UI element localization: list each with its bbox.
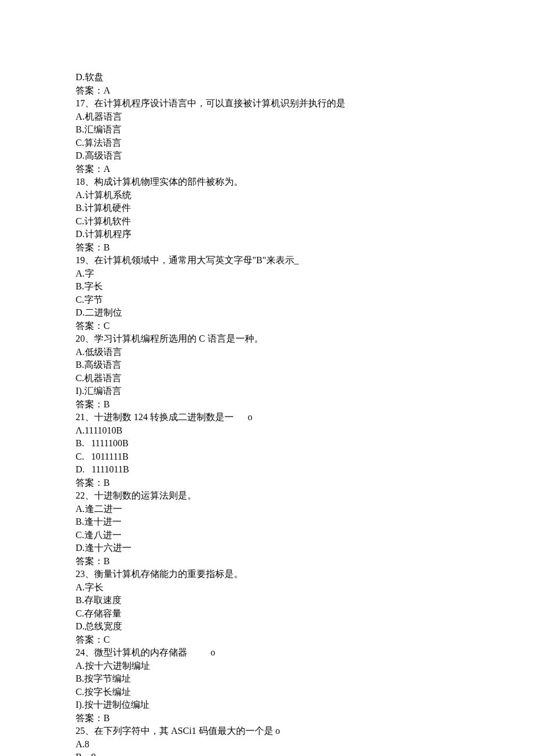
text-line: 答案：A bbox=[76, 84, 459, 98]
text-line: 答案：C bbox=[76, 633, 459, 647]
text-line: Λ.1111010B bbox=[76, 424, 459, 438]
text-line: A.字长 bbox=[76, 581, 459, 594]
text-line: B.按字节编址 bbox=[76, 672, 459, 686]
text-line: 17、在计算机程序设计语言中，可以直接被计算机识别并执行的是 bbox=[76, 97, 459, 110]
text-line: 25、在下列字符中，其 ASCi1 码值最大的一个是 o bbox=[76, 725, 459, 738]
text-line: B.高级语言 bbox=[76, 359, 459, 372]
text-line: 20、学习计算机编程所选用的 C 语言是一种。 bbox=[76, 332, 459, 346]
text-line: 答案：B bbox=[76, 555, 459, 568]
text-line: D.总线宽度 bbox=[76, 620, 459, 633]
text-line: A.8 bbox=[76, 738, 459, 751]
text-line: B.存取速度 bbox=[76, 594, 459, 607]
text-line: 22、十进制数的运算法则是。 bbox=[76, 489, 459, 503]
text-line: 答案：B bbox=[76, 398, 459, 411]
text-line: B. 1111100B bbox=[76, 437, 459, 450]
document-page: D.软盘 答案：A 17、在计算机程序设计语言中，可以直接被计算机识别并执行的是… bbox=[0, 0, 459, 756]
text-line: 答案：B bbox=[76, 476, 459, 490]
text-line: 21、十进制数 124 转换成二进制数是一 o bbox=[76, 411, 459, 424]
text-line: B.字长 bbox=[76, 280, 459, 293]
text-line: C.逢八进一 bbox=[76, 529, 459, 542]
text-line: C.按字长编址 bbox=[76, 686, 459, 699]
text-line: 答案：A bbox=[76, 163, 459, 176]
text-line: A.逢二进一 bbox=[76, 503, 459, 516]
text-line: A.按十六进制编址 bbox=[76, 660, 459, 673]
text-line: D. 1111011B bbox=[76, 463, 459, 476]
text-line: C.字节 bbox=[76, 293, 459, 307]
text-line: C.计算机软件 bbox=[76, 215, 459, 228]
text-line: B.汇编语言 bbox=[76, 123, 459, 137]
text-line: D.逢十六进一 bbox=[76, 542, 459, 555]
text-line: 答案：C bbox=[76, 320, 459, 333]
text-line: D.软盘 bbox=[76, 71, 459, 84]
text-line: 23、衡量计算机存储能力的重要指标是。 bbox=[76, 568, 459, 581]
text-line: A.机器语言 bbox=[76, 110, 459, 124]
text-line: B.计算机硬件 bbox=[76, 202, 459, 215]
text-line: D.计算机程序 bbox=[76, 228, 459, 241]
text-line: A.字 bbox=[76, 267, 459, 281]
text-line: 答案：B bbox=[76, 241, 459, 255]
text-line: D.二进制位 bbox=[76, 306, 459, 320]
text-line: B.逢十进一 bbox=[76, 515, 459, 529]
text-line: I).按十进制位编址 bbox=[76, 698, 459, 712]
text-line: C.存储容量 bbox=[76, 607, 459, 621]
text-line: C.算法语言 bbox=[76, 137, 459, 150]
text-line: A.低级语言 bbox=[76, 346, 459, 359]
text-line: I).汇编语言 bbox=[76, 385, 459, 398]
text-line: A.计算机系统 bbox=[76, 189, 459, 202]
text-line: 19、在计算机领域中，通常用大写英文字母"B"来表示_ bbox=[76, 254, 459, 267]
text-line: C.机器语言 bbox=[76, 372, 459, 385]
text-line: B. 9 bbox=[76, 751, 459, 756]
text-line: 24、微型计算机的内存储器 o bbox=[76, 646, 459, 660]
text-line: C. 1011111B bbox=[76, 450, 459, 464]
text-line: D.高级语言 bbox=[76, 149, 459, 163]
text-line: 18、构成计算机物理实体的部件被称为。 bbox=[76, 175, 459, 189]
text-line: 答案：B bbox=[76, 712, 459, 725]
